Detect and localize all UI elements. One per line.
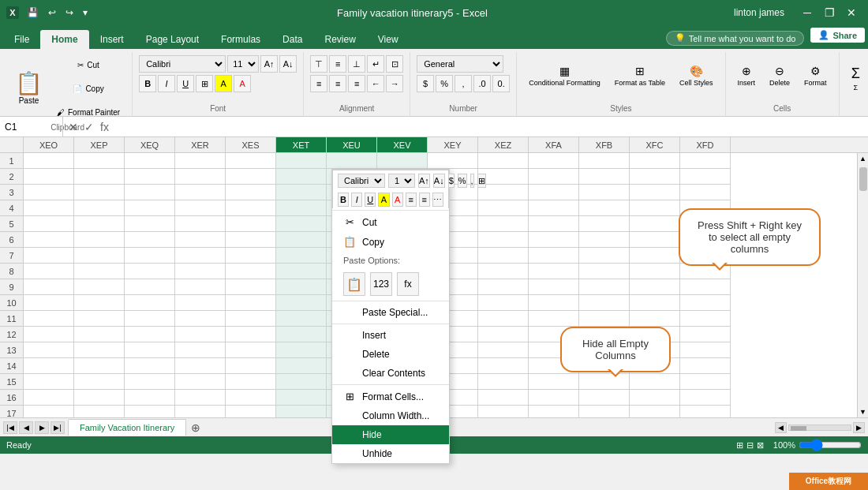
table-row[interactable] — [125, 216, 175, 232]
underline-button[interactable]: U — [177, 75, 194, 92]
table-row[interactable] — [74, 153, 125, 169]
fill-color-button[interactable]: A — [215, 75, 232, 92]
ctx-italic-btn[interactable]: I — [351, 193, 362, 207]
table-row[interactable] — [630, 248, 680, 264]
table-row[interactable] — [630, 232, 680, 248]
table-row[interactable] — [579, 295, 630, 311]
row-num-11[interactable]: 11 — [0, 311, 23, 327]
table-row[interactable] — [680, 153, 731, 169]
table-row[interactable] — [175, 390, 226, 406]
table-row[interactable] — [478, 295, 529, 311]
table-row[interactable] — [74, 279, 125, 295]
table-row[interactable] — [175, 358, 226, 374]
border-button[interactable]: ⊞ — [196, 75, 213, 92]
save-button[interactable]: 💾 — [24, 6, 42, 20]
table-row[interactable] — [24, 169, 74, 185]
name-box[interactable]: C1 — [0, 117, 63, 137]
table-row[interactable] — [630, 153, 680, 169]
scroll-thumb[interactable] — [859, 167, 867, 191]
table-row[interactable] — [680, 358, 731, 374]
table-row[interactable] — [478, 390, 529, 406]
table-row[interactable] — [630, 185, 680, 200]
table-row[interactable] — [680, 327, 731, 342]
comma-btn[interactable]: , — [455, 75, 472, 92]
context-font-dropdown[interactable]: Calibri — [338, 174, 385, 188]
row-num-1[interactable]: 1 — [0, 153, 23, 169]
table-row[interactable] — [125, 295, 175, 311]
table-row[interactable] — [630, 216, 680, 232]
table-row[interactable] — [74, 169, 125, 185]
table-row[interactable] — [74, 311, 125, 327]
sheet-next-btn[interactable]: ▶ — [35, 421, 49, 434]
table-row[interactable] — [276, 406, 327, 417]
percent-btn[interactable]: % — [436, 75, 453, 92]
close-button[interactable]: ✕ — [841, 4, 862, 21]
table-row[interactable] — [226, 264, 276, 279]
ctx-border-btn[interactable]: ≡ — [406, 193, 417, 207]
conditional-formatting-button[interactable]: ▦ Conditional Formatting — [523, 55, 606, 96]
table-row[interactable] — [529, 390, 579, 406]
table-row[interactable] — [175, 406, 226, 417]
table-row[interactable] — [579, 200, 630, 216]
table-row[interactable] — [680, 390, 731, 406]
autosum-button[interactable]: Σ Σ — [846, 58, 866, 99]
table-row[interactable] — [226, 248, 276, 264]
table-row[interactable] — [24, 374, 74, 390]
table-row[interactable] — [125, 327, 175, 342]
table-row[interactable] — [24, 358, 74, 374]
decimal-decrease-btn[interactable]: 0. — [492, 75, 510, 92]
col-header-xez[interactable]: XEZ — [478, 137, 529, 152]
table-row[interactable] — [24, 295, 74, 311]
table-row[interactable] — [175, 232, 226, 248]
table-row[interactable] — [74, 358, 125, 374]
table-row[interactable] — [630, 264, 680, 279]
align-bottom-btn[interactable]: ⊥ — [348, 55, 365, 73]
table-row[interactable] — [175, 248, 226, 264]
table-row[interactable] — [125, 358, 175, 374]
context-percent-btn[interactable]: % — [458, 174, 467, 188]
table-row[interactable] — [276, 248, 327, 264]
table-row[interactable] — [276, 232, 327, 248]
redo-button[interactable]: ↪ — [62, 6, 77, 20]
table-row[interactable] — [579, 264, 630, 279]
table-row[interactable] — [630, 169, 680, 185]
col-header-xes[interactable]: XES — [226, 137, 276, 152]
ctx-unhide-item[interactable]: Unhide — [332, 444, 449, 463]
table-row[interactable] — [478, 264, 529, 279]
table-row[interactable] — [226, 327, 276, 342]
table-row[interactable] — [579, 185, 630, 200]
ctx-clear-item[interactable]: Clear Contents — [332, 364, 449, 383]
ctx-align-btn[interactable]: ≡ — [419, 193, 430, 207]
ctx-underline-btn[interactable]: U — [365, 193, 376, 207]
table-row[interactable] — [125, 390, 175, 406]
ctx-column-width-item[interactable]: Column Width... — [332, 406, 449, 425]
col-header-xfb[interactable]: XFB — [579, 137, 630, 152]
col-header-xeu[interactable]: XEU — [327, 137, 377, 152]
row-num-2[interactable]: 2 — [0, 169, 23, 185]
table-row[interactable] — [529, 200, 579, 216]
table-row[interactable] — [74, 406, 125, 417]
paste-button[interactable]: 📋 Paste — [9, 65, 48, 112]
row-num-10[interactable]: 10 — [0, 295, 23, 311]
table-row[interactable] — [125, 185, 175, 200]
col-header-xet[interactable]: XET — [276, 137, 327, 152]
table-row[interactable] — [276, 295, 327, 311]
table-row[interactable] — [630, 374, 680, 390]
align-middle-btn[interactable]: ≡ — [329, 55, 346, 73]
tab-data[interactable]: Data — [271, 30, 313, 49]
ctx-delete-item[interactable]: Delete — [332, 345, 449, 364]
table-row[interactable] — [529, 279, 579, 295]
row-num-9[interactable]: 9 — [0, 279, 23, 295]
table-row[interactable] — [226, 216, 276, 232]
table-row[interactable] — [478, 279, 529, 295]
delete-cells-button[interactable]: ⊖ Delete — [764, 55, 795, 96]
page-break-view-btn[interactable]: ⊠ — [757, 440, 764, 451]
table-row[interactable] — [24, 216, 74, 232]
table-row[interactable] — [226, 169, 276, 185]
table-row[interactable] — [529, 311, 579, 327]
table-row[interactable] — [529, 406, 579, 417]
table-row[interactable] — [377, 153, 428, 169]
table-row[interactable] — [529, 185, 579, 200]
table-row[interactable] — [478, 232, 529, 248]
table-row[interactable] — [226, 153, 276, 169]
